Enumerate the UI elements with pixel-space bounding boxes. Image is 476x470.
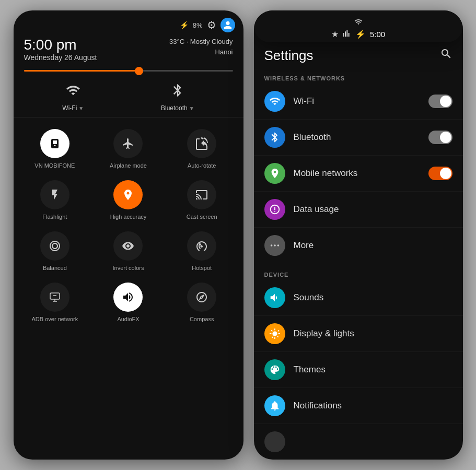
signal-icon: [343, 30, 351, 38]
wifi-label: Wi-Fi: [62, 104, 77, 112]
settings-item-wifi[interactable]: Wi-Fi: [254, 84, 463, 120]
grid-item-invert[interactable]: Invert colors: [92, 226, 165, 276]
weather-block: 33°C · Mostly Cloudy Hanoi: [169, 37, 233, 57]
adb-label: ADB over network: [32, 316, 78, 322]
hotspot-btn[interactable]: [187, 231, 216, 261]
phone-right: ★ ⚡ 5:00 Settings WIRELESS & NETWORKS Wi…: [254, 10, 463, 460]
mobile-setting-label: Mobile networks: [294, 168, 420, 179]
notifications-setting-label: Notifications: [294, 401, 452, 411]
section-label-wireless: WIRELESS & NETWORKS: [254, 71, 463, 84]
grid-item-accuracy[interactable]: High accuracy: [92, 175, 165, 225]
balanced-label: Balanced: [43, 265, 67, 271]
flashlight-btn[interactable]: [40, 180, 69, 209]
grid-item-hotspot[interactable]: Hotspot: [166, 226, 238, 276]
partial-icon: [264, 431, 285, 452]
svg-point-6: [277, 244, 279, 246]
hotspot-label: Hotspot: [192, 265, 212, 271]
time-display: 5:00 pm: [24, 37, 97, 53]
brightness-slider[interactable]: [24, 70, 233, 72]
status-bar-left: ⚡ 8% ⚙: [14, 10, 243, 32]
cast-btn[interactable]: [187, 180, 216, 209]
invert-label: Invert colors: [113, 265, 144, 271]
airplane-btn[interactable]: [113, 129, 143, 158]
bolt-status-icon: ⚡: [355, 29, 366, 39]
sounds-setting-icon: [264, 287, 285, 308]
grid-item-balanced[interactable]: Balanced: [19, 226, 91, 276]
invert-btn[interactable]: [113, 231, 143, 261]
status-time: 5:00: [370, 30, 385, 39]
compass-btn[interactable]: [187, 283, 216, 312]
grid-item-compass[interactable]: Compass: [166, 277, 238, 327]
wifi-arrow: ▼: [78, 105, 84, 111]
settings-item-data[interactable]: Data usage: [254, 192, 463, 228]
wifi-status-icon: [354, 18, 363, 26]
audiofx-btn[interactable]: [113, 283, 143, 312]
wifi-toggle-switch[interactable]: [428, 95, 452, 108]
settings-item-sounds[interactable]: Sounds: [254, 280, 463, 316]
mobile-toggle-switch[interactable]: [428, 167, 452, 180]
audiofx-label: AudioFX: [117, 316, 139, 322]
avatar-icon[interactable]: [220, 18, 235, 32]
svg-rect-0: [50, 293, 60, 299]
themes-setting-label: Themes: [294, 365, 452, 375]
wifi-setting-label: Wi-Fi: [294, 96, 420, 107]
more-setting-label: More: [294, 240, 452, 251]
mobile-setting-icon: [264, 163, 285, 184]
gear-icon[interactable]: ⚙: [207, 19, 216, 31]
compass-label: Compass: [190, 316, 214, 322]
display-setting-icon: [264, 323, 285, 344]
quick-toggles: Wi-Fi ▼ Bluetooth ▼: [14, 78, 243, 118]
more-setting-icon: [264, 235, 285, 256]
grid-item-autorotate[interactable]: Auto-rotate: [166, 124, 238, 174]
balanced-btn[interactable]: [40, 231, 69, 261]
notifications-setting-icon: [264, 395, 285, 416]
settings-item-more[interactable]: More: [254, 228, 463, 263]
phone-left: ⚡ 8% ⚙ 5:00 pm Wednesday 26 August 33°C …: [14, 10, 243, 460]
autorotate-btn[interactable]: [187, 129, 216, 158]
bluetooth-toggle-switch[interactable]: [428, 131, 452, 144]
data-setting-icon: [264, 199, 285, 220]
weather-city: Hanoi: [169, 47, 233, 57]
time-weather: 5:00 pm Wednesday 26 August 33°C · Mostl…: [14, 32, 243, 68]
settings-item-notifications[interactable]: Notifications: [254, 388, 463, 424]
autorotate-label: Auto-rotate: [188, 162, 216, 169]
settings-item-bluetooth[interactable]: Bluetooth: [254, 120, 463, 156]
grid-item-mobifone[interactable]: VN MOBIFONE: [19, 124, 91, 174]
grid-item-adb[interactable]: ADB over network: [19, 277, 91, 327]
section-wireless: WIRELESS & NETWORKS Wi-Fi Bluetooth: [254, 71, 463, 263]
adb-btn[interactable]: [40, 283, 69, 312]
flashlight-label: Flashlight: [42, 214, 67, 220]
battery-percent: 8%: [193, 21, 203, 29]
settings-item-display[interactable]: Display & lights: [254, 316, 463, 352]
themes-setting-icon: [264, 359, 285, 380]
settings-item-themes[interactable]: Themes: [254, 352, 463, 388]
grid-item-audiofx[interactable]: AudioFX: [92, 277, 165, 327]
accuracy-btn[interactable]: [113, 180, 143, 209]
wifi-setting-icon: [264, 91, 285, 112]
section-label-device: DEVICE: [254, 267, 463, 280]
cast-label: Cast screen: [187, 214, 217, 220]
wifi-icon: [66, 83, 80, 101]
sounds-setting-label: Sounds: [294, 292, 452, 303]
airplane-label: Airplane mode: [110, 162, 147, 169]
brightness-row: [14, 68, 243, 78]
data-setting-label: Data usage: [294, 204, 452, 215]
grid-item-flashlight[interactable]: Flashlight: [19, 175, 91, 225]
bluetooth-label: Bluetooth: [161, 104, 188, 112]
bluetooth-setting-icon: [264, 127, 285, 148]
mobifone-btn[interactable]: [40, 129, 69, 158]
wifi-toggle[interactable]: Wi-Fi ▼: [62, 83, 84, 112]
settings-item-partial[interactable]: [254, 424, 463, 460]
svg-point-4: [270, 244, 272, 246]
weather-temp: 33°C · Mostly Cloudy: [169, 37, 233, 47]
search-icon[interactable]: [440, 48, 452, 63]
date-display: Wednesday 26 August: [24, 53, 97, 62]
mobifone-label: VN MOBIFONE: [34, 162, 75, 169]
bluetooth-toggle[interactable]: Bluetooth ▼: [161, 83, 194, 112]
display-setting-label: Display & lights: [294, 328, 452, 339]
svg-point-5: [274, 244, 276, 246]
quick-grid: VN MOBIFONE Airplane mode Auto-rotate: [14, 118, 243, 334]
grid-item-cast[interactable]: Cast screen: [166, 175, 238, 225]
settings-item-mobile[interactable]: Mobile networks: [254, 156, 463, 192]
grid-item-airplane[interactable]: Airplane mode: [92, 124, 165, 174]
